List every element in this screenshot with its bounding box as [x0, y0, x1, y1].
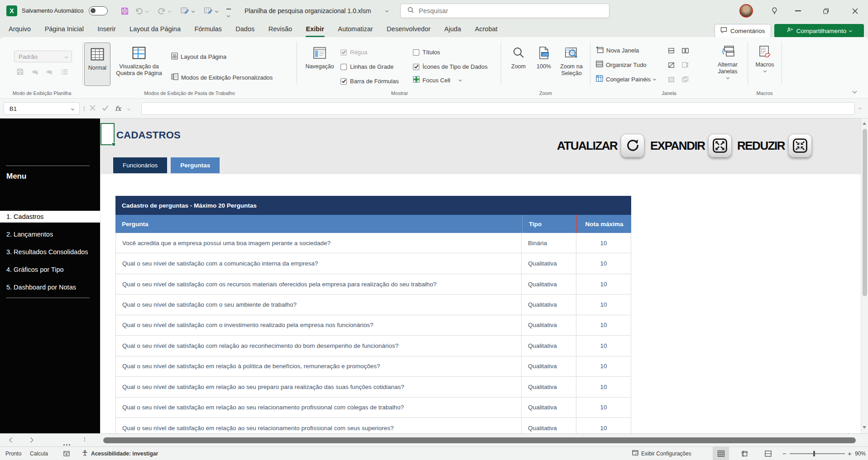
search-input[interactable] [419, 7, 591, 14]
zoom-slider-thumb[interactable] [813, 451, 815, 456]
unhide-window-icon[interactable] [668, 76, 674, 84]
column-header-tipo[interactable]: Tipo [522, 215, 577, 233]
table-row[interactable]: Qual o seu nível de satisfação em relaçã… [116, 356, 631, 377]
cell-tipo[interactable]: Qualitativa [522, 356, 576, 376]
cell-nota[interactable]: 10 [576, 356, 631, 376]
switch-windows-button[interactable]: Alternar Janelas [714, 45, 742, 79]
cell-pergunta[interactable]: Qual o seu nível de satisfação com relaç… [116, 336, 522, 356]
restore-button[interactable] [823, 8, 829, 16]
borders-dropdown-icon[interactable] [192, 9, 195, 13]
cell-tipo[interactable]: Qualitativa [522, 253, 576, 273]
ribbon-tab[interactable]: Página Inicial [39, 22, 90, 37]
normal-view-status-button[interactable] [713, 447, 729, 460]
view-side-by-side-icon[interactable] [682, 47, 689, 55]
table-row[interactable]: Qual o seu nível de satisfação em relaçã… [116, 377, 631, 397]
close-button[interactable] [852, 8, 858, 16]
minimize-button[interactable] [795, 10, 801, 11]
user-avatar[interactable] [739, 4, 753, 18]
table-row[interactable]: Qual o seu nível de satisfação com o seu… [116, 294, 631, 315]
cell-nota[interactable]: 10 [576, 274, 631, 294]
display-settings[interactable]: Exibir Configurações [630, 447, 693, 460]
cell-pergunta[interactable]: Você acredita que a empresa possui uma b… [116, 233, 522, 253]
refresh-icon[interactable] [621, 134, 644, 157]
insert-function-icon[interactable]: fx [115, 105, 121, 112]
cell-pergunta[interactable]: Qual o seu nível de satisfação com o seu… [116, 294, 522, 314]
table-row[interactable]: Qual o seu nível de satisfação com relaç… [116, 336, 631, 356]
content-tab[interactable]: Perguntas [171, 157, 220, 173]
synchronous-scrolling-icon[interactable] [682, 62, 689, 70]
zoom-100-button[interactable]: 100 100% [532, 46, 555, 70]
zoom-percentage[interactable]: 90% [853, 447, 868, 460]
sidebar-menu-item[interactable]: 4. Gráficos por Tipo [0, 264, 100, 275]
cell-pergunta[interactable]: Qual o seu nível de satisfação em relaçã… [116, 377, 522, 397]
table-row[interactable]: Qual o seu nível de satisfação com o inv… [116, 315, 631, 336]
name-box[interactable]: B1 [4, 102, 80, 115]
ribbon-tab[interactable]: Fórmulas [188, 22, 227, 37]
save-view-icon[interactable] [16, 68, 24, 77]
headings-checkbox[interactable]: Títulos [413, 49, 440, 56]
hide-window-icon[interactable] [668, 62, 674, 70]
cell-nota[interactable]: 10 [576, 233, 631, 253]
share-button[interactable]: Compartilhamento [774, 24, 864, 38]
view-options-icon[interactable] [61, 68, 68, 77]
status-calculate[interactable]: Calcula [28, 447, 50, 460]
lightbulb-icon[interactable] [771, 7, 778, 16]
cell-tipo[interactable]: Qualitativa [522, 377, 576, 397]
zoom-to-selection-button[interactable]: Zoom na Seleção [556, 46, 587, 77]
expand-icon[interactable] [708, 134, 732, 157]
vertical-scroll-thumb[interactable] [863, 129, 867, 296]
save-icon[interactable] [120, 7, 129, 17]
qat-overflow-icon[interactable] [226, 9, 231, 19]
next-sheet-icon[interactable] [28, 437, 33, 442]
cell-tipo[interactable]: Qualitativa [522, 336, 576, 356]
table-row[interactable]: Qual o seu nível de satisfação em relaçã… [116, 398, 631, 418]
redo-dropdown-icon[interactable] [168, 9, 171, 13]
tab-splitter[interactable]: ⁞ [84, 436, 86, 443]
collapse-icon[interactable] [788, 134, 812, 157]
freeze-panes-dropdown-icon[interactable] [653, 77, 656, 80]
horizontal-scroll-thumb[interactable] [103, 437, 856, 443]
accessibility-status[interactable]: Acessibilidade: investigar [80, 447, 160, 460]
cell-tipo[interactable]: Binária [522, 233, 576, 253]
cell-nota[interactable]: 10 [576, 315, 631, 335]
document-title[interactable]: Planilha de pesquisa organizacional 1.0.… [245, 0, 371, 22]
table-row[interactable]: Qual o seu nível de satisfação com os re… [116, 274, 631, 294]
page-layout-button[interactable]: Layout da Página [171, 52, 226, 61]
undo-dropdown-icon[interactable] [145, 9, 149, 13]
macro-record-icon[interactable] [62, 447, 72, 460]
cell-tipo[interactable]: Qualitativa [522, 294, 576, 314]
atualizar-button[interactable]: ATUALIZAR [557, 134, 644, 157]
expand-formula-bar-icon[interactable] [858, 106, 862, 109]
cell-nota[interactable]: 10 [576, 398, 631, 417]
freeze-panes-button[interactable]: Congelar Painéis [596, 75, 656, 83]
zoom-slider-track[interactable] [790, 453, 845, 454]
split-icon[interactable] [668, 47, 674, 55]
cell-pergunta[interactable]: Qual o seu nível de satisfação em relaçã… [116, 356, 522, 376]
sidebar-menu-item[interactable]: 2. Lançamentos [0, 228, 100, 240]
cell-tipo[interactable]: Qualitativa [522, 274, 576, 294]
exit-view-icon[interactable] [31, 68, 39, 77]
status-mode[interactable]: Pronto [4, 447, 23, 460]
draw-table-dropdown-icon[interactable] [215, 9, 218, 13]
gridlines-checkbox[interactable]: Linhas de Grade [340, 63, 393, 70]
comments-button[interactable]: Comentários [715, 24, 771, 38]
vertical-scrollbar[interactable] [861, 119, 868, 433]
ribbon-tab[interactable]: Ajuda [438, 22, 467, 37]
formula-input[interactable] [141, 102, 855, 115]
ribbon-tab[interactable]: Inserir [91, 22, 121, 37]
ribbon-tab[interactable]: Dados [230, 22, 260, 37]
navigation-button[interactable]: Navegação [302, 46, 337, 70]
ribbon-tab[interactable]: Layout da Página [124, 22, 187, 37]
draw-table-icon[interactable] [204, 6, 213, 17]
autosave-toggle[interactable] [89, 6, 108, 15]
table-row[interactable]: Qual o seu nível de satisfação em relaçã… [116, 418, 631, 433]
new-window-button[interactable]: Nova Janela [596, 46, 639, 55]
ribbon-tab[interactable]: Acrobat [469, 22, 504, 37]
cell-pergunta[interactable]: Qual o seu nível de satisfação em relaçã… [116, 398, 522, 417]
focus-cell-button[interactable]: Focus Cell [413, 76, 461, 84]
cell-pergunta[interactable]: Qual o seu nível de satisfação com os re… [116, 274, 522, 294]
ribbon-tab[interactable]: Arquivo [3, 22, 37, 37]
ruler-checkbox[interactable]: Régua [340, 49, 367, 56]
custom-views-button[interactable]: Modos de Exibição Personalizados [171, 73, 273, 81]
reset-window-position-icon[interactable] [682, 76, 689, 84]
